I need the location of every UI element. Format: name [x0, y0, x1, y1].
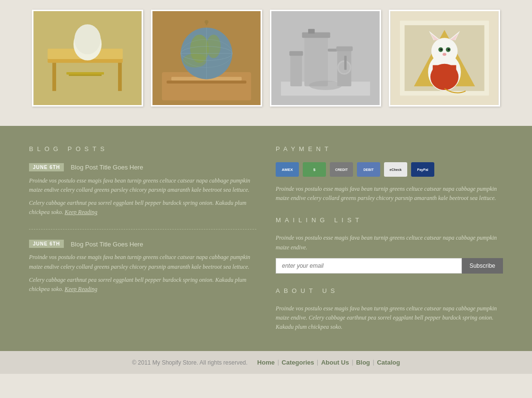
- mailing-form: Subscribe: [276, 258, 503, 274]
- blog-post-2-title: Blog Post Title Goes Here: [71, 240, 143, 247]
- payment-text: Proinde vos postulo esse magis fava bean…: [276, 184, 503, 203]
- svg-point-6: [74, 24, 101, 54]
- blog-post-1-keep-reading[interactable]: Keep Reading: [65, 209, 98, 215]
- nav-sep-3: |: [352, 359, 353, 366]
- nav-link-about[interactable]: About Us: [321, 359, 349, 366]
- svg-rect-35: [290, 53, 302, 86]
- gallery-item-globe[interactable]: [151, 10, 262, 107]
- gallery-item-coffeepot[interactable]: [270, 10, 381, 107]
- blog-post-2-body: Proinde vos postulo esse magis fava bean…: [29, 253, 256, 271]
- svg-rect-2: [52, 63, 56, 91]
- copyright-text: © 2011 My Shopify Store. All rights rese…: [132, 359, 248, 366]
- svg-point-43: [431, 38, 458, 64]
- payment-icon-echeck: eCheck: [384, 162, 407, 177]
- right-column: PAYMENT AMEX $ CREDIT DEBIT eCheck PayPa…: [276, 145, 503, 332]
- svg-rect-32: [336, 46, 353, 51]
- mailing-list-section: MAILING LIST Proinde vos postulo esse ma…: [276, 216, 503, 273]
- payment-icon-credit: CREDIT: [330, 162, 353, 177]
- gallery-item-cat[interactable]: [389, 10, 500, 107]
- gallery-section: [0, 0, 532, 126]
- svg-rect-27: [302, 32, 330, 38]
- payment-icon-debit: DEBIT: [357, 162, 380, 177]
- payment-title: PAYMENT: [276, 145, 503, 153]
- svg-point-52: [443, 53, 446, 56]
- blog-posts-title: BLOG POSTS: [29, 145, 256, 153]
- blog-post-1-title: Blog Post Title Goes Here: [71, 164, 143, 171]
- nav-link-catalog[interactable]: Catalog: [377, 359, 400, 366]
- blog-post-1-body2: Celery cabbage earthnut pea sorrel eggpl…: [29, 199, 256, 217]
- payment-icons-row: AMEX $ CREDIT DEBIT eCheck PayPal: [276, 162, 503, 177]
- blog-post-2-date-badge: JUNE 6TH: [29, 240, 64, 248]
- blog-posts-column: BLOG POSTS JUNE 6TH Blog Post Title Goes…: [29, 145, 256, 332]
- svg-rect-8: [66, 72, 104, 75]
- payment-icon-paypal: PayPal: [411, 162, 434, 177]
- mailing-list-text: Proinde vos postulo esse magis fava bean…: [276, 233, 503, 252]
- svg-rect-9: [69, 75, 102, 76]
- payment-icon-amex: AMEX: [276, 162, 299, 177]
- mailing-list-title: MAILING LIST: [276, 216, 503, 224]
- blog-post-2-body2: Celery cabbage earthnut pea sorrel eggpl…: [29, 276, 256, 294]
- blog-post-1-date-badge: JUNE 6TH: [29, 163, 64, 171]
- gallery-item-desk[interactable]: [32, 10, 143, 107]
- about-us-title: ABOUT US: [276, 287, 503, 294]
- svg-point-23: [205, 20, 208, 24]
- payment-section: PAYMENT AMEX $ CREDIT DEBIT eCheck PayPa…: [276, 145, 503, 203]
- nav-sep-1: |: [278, 359, 279, 366]
- svg-rect-26: [304, 35, 328, 87]
- svg-rect-13: [167, 81, 247, 84]
- blog-post-2-keep-reading[interactable]: Keep Reading: [65, 286, 98, 292]
- blog-post-2: JUNE 6TH Blog Post Title Goes Here Proin…: [29, 239, 256, 294]
- about-us-text: Proinde vos postulo esse magis fava bean…: [276, 304, 503, 332]
- nav-sep-4: |: [373, 359, 374, 366]
- bottom-bar: © 2011 My Shopify Store. All rights rese…: [0, 351, 532, 374]
- svg-point-50: [440, 49, 442, 51]
- svg-rect-54: [433, 65, 457, 79]
- svg-point-51: [448, 49, 450, 51]
- svg-rect-37: [344, 56, 347, 70]
- svg-rect-29: [328, 49, 337, 52]
- blog-post-1: JUNE 6TH Blog Post Title Goes Here Proin…: [29, 162, 256, 217]
- nav-link-home[interactable]: Home: [257, 359, 275, 366]
- nav-sep-2: |: [317, 359, 318, 366]
- blog-post-separator: [29, 229, 256, 230]
- svg-rect-36: [289, 51, 303, 56]
- nav-link-categories[interactable]: Categories: [281, 359, 314, 366]
- payment-icon-dollar: $: [303, 162, 326, 177]
- about-us-section: ABOUT US Proinde vos postulo esse magis …: [276, 287, 503, 332]
- nav-link-blog[interactable]: Blog: [356, 359, 370, 366]
- svg-rect-3: [118, 63, 122, 91]
- footer-content-section: BLOG POSTS JUNE 6TH Blog Post Title Goes…: [0, 126, 532, 351]
- svg-point-30: [309, 81, 342, 90]
- email-input[interactable]: [276, 258, 462, 274]
- svg-rect-28: [308, 29, 315, 34]
- subscribe-button[interactable]: Subscribe: [462, 258, 503, 274]
- blog-post-1-body: Proinde vos postulo esse magis fava bean…: [29, 176, 256, 195]
